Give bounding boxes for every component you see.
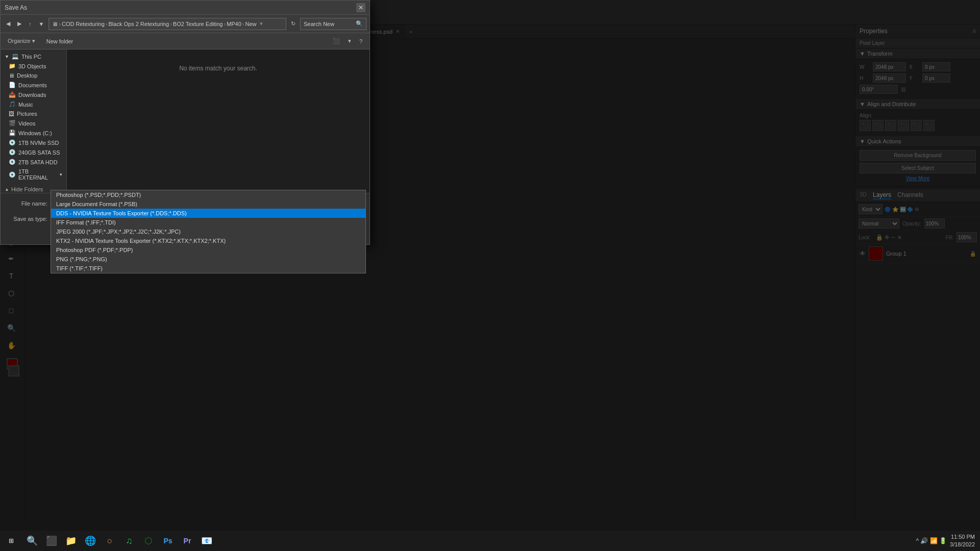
refresh-btn[interactable]: ↻ bbox=[288, 19, 298, 29]
cortana-btn[interactable]: ○ bbox=[100, 531, 119, 551]
nvme-icon: 💿 bbox=[9, 139, 16, 146]
sata-label: 240GB SATA SS bbox=[18, 149, 60, 156]
windows-icon: ⊞ bbox=[9, 537, 14, 544]
desktop-label: Desktop bbox=[17, 72, 37, 79]
dropdown-item-dds[interactable]: DDS - NVIDIA Texture Tools Exporter (*.D… bbox=[51, 209, 365, 218]
view-toggle-btn[interactable]: ⬛ bbox=[330, 37, 343, 45]
chevron-external-icon: ▾ bbox=[60, 172, 62, 177]
save-type-dropdown: Photoshop (*.PSD;*.PDD;*.PSDT) Large Doc… bbox=[51, 190, 366, 273]
help-btn[interactable]: ? bbox=[356, 37, 365, 45]
thispc-label: This PC bbox=[21, 54, 41, 60]
save-type-label: Save as type: bbox=[7, 216, 47, 222]
search-label: Search New bbox=[304, 21, 334, 27]
file-explorer-btn[interactable]: 📁 bbox=[61, 531, 81, 551]
breadcrumb-path4[interactable]: MP40 bbox=[227, 21, 241, 27]
sidebar-downloads[interactable]: 📥 Downloads bbox=[1, 90, 66, 99]
sidebar-sata[interactable]: 💿 240GB SATA SS bbox=[1, 147, 66, 157]
videos-icon: 🎬 bbox=[9, 120, 16, 127]
sidebar-documents[interactable]: 📄 Documents bbox=[1, 80, 66, 90]
nav-recent-btn[interactable]: ▼ bbox=[36, 19, 47, 29]
nav-forward-btn[interactable]: ▶ bbox=[15, 19, 24, 29]
sidebar-hdd[interactable]: 💿 2TB SATA HDD bbox=[1, 157, 66, 167]
sidebar-nvme[interactable]: 💿 1TB NVMe SSD bbox=[1, 138, 66, 147]
pictures-icon: 🖼 bbox=[9, 111, 14, 117]
search-taskbar[interactable]: 🔍 bbox=[22, 531, 42, 551]
sidebar-pictures[interactable]: 🖼 Pictures bbox=[1, 109, 66, 118]
3d-objects-label: 3D Objects bbox=[18, 63, 46, 69]
dropdown-item-psd[interactable]: Photoshop (*.PSD;*.PDD;*.PSDT) bbox=[51, 190, 365, 199]
sidebar-external[interactable]: 💿 1TB EXTERNAL ▾ bbox=[1, 167, 66, 182]
edge-btn[interactable]: 🌐 bbox=[81, 531, 100, 551]
actions-bar: Organize ▾ New folder ⬛ ▾ ? bbox=[1, 33, 370, 49]
chevron-hide-icon: ▲ bbox=[5, 187, 9, 192]
spotify-btn[interactable]: ♫ bbox=[119, 531, 139, 551]
breadcrumb[interactable]: 🖥 › COD Retexturing › Black Ops 2 Retext… bbox=[48, 18, 286, 30]
premiere-taskbar[interactable]: Pr bbox=[178, 531, 197, 551]
dialog-body: ▼ 💻 This PC 📁 3D Objects 🖥 Desktop 📄 Doc… bbox=[1, 49, 370, 193]
thispc-icon: 💻 bbox=[12, 53, 19, 60]
music-label: Music bbox=[18, 102, 33, 108]
breadcrumb-path3[interactable]: BO2 Texture Editing bbox=[173, 21, 223, 27]
nav-back-btn[interactable]: ◀ bbox=[4, 19, 13, 29]
breadcrumb-path1[interactable]: COD Retexturing bbox=[62, 21, 105, 27]
gamepass-btn[interactable]: ⬡ bbox=[139, 531, 158, 551]
view-options-btn[interactable]: ▾ bbox=[345, 37, 354, 45]
music-icon: 🎵 bbox=[9, 101, 16, 108]
dropdown-item-jpeg2000[interactable]: JPEG 2000 (*.JPF;*.JPX;*.JP2;*.J2C;*.J2K… bbox=[51, 227, 365, 236]
dropdown-item-ktx2[interactable]: KTX2 - NVIDIA Texture Tools Exporter (*.… bbox=[51, 236, 365, 245]
taskbar: ⊞ 🔍 ⬛ 📁 🌐 ○ ♫ ⬡ Ps Pr 📧 ^ 🔊 📶 🔋 11:50 PM… bbox=[0, 531, 980, 551]
hdd-icon: 💿 bbox=[9, 159, 16, 165]
sidebar-videos[interactable]: 🎬 Videos bbox=[1, 118, 66, 128]
dropdown-item-png[interactable]: PNG (*.PNG;*.PNG) bbox=[51, 255, 365, 264]
dialog-title: Save As bbox=[5, 4, 27, 11]
dropdown-item-tiff[interactable]: TIFF (*.TIF;*.TIFF) bbox=[51, 264, 365, 273]
sidebar-music[interactable]: 🎵 Music bbox=[1, 99, 66, 109]
sata-icon: 💿 bbox=[9, 149, 16, 156]
nav-toolbar: ◀ ▶ ↑ ▼ 🖥 › COD Retexturing › Black Ops … bbox=[1, 15, 370, 33]
breadcrumb-pc: 🖥 bbox=[52, 21, 58, 27]
videos-label: Videos bbox=[18, 120, 35, 127]
desktop-icon: 🖥 bbox=[9, 72, 14, 79]
external-label: 1TB EXTERNAL bbox=[18, 168, 56, 181]
dialog-sidebar: ▼ 💻 This PC 📁 3D Objects 🖥 Desktop 📄 Doc… bbox=[1, 49, 67, 193]
windows-c-label: Windows (C:) bbox=[18, 130, 52, 136]
photoshop-taskbar[interactable]: Ps bbox=[158, 531, 178, 551]
hdd-label: 2TB SATA HDD bbox=[18, 159, 58, 165]
start-button[interactable]: ⊞ bbox=[0, 531, 22, 551]
search-box: Search New 🔍 bbox=[300, 18, 366, 30]
filename-label: File name: bbox=[7, 201, 47, 207]
pictures-label: Pictures bbox=[17, 111, 37, 117]
drive-c-icon: 💾 bbox=[9, 130, 16, 136]
folder-3d-icon: 📁 bbox=[9, 63, 16, 69]
no-items-text: No items match your search. bbox=[179, 65, 257, 72]
documents-label: Documents bbox=[18, 82, 47, 88]
new-folder-btn[interactable]: New folder bbox=[42, 37, 78, 45]
clock-date: 3/18/2022 bbox=[950, 541, 975, 548]
downloads-icon: 📥 bbox=[9, 91, 16, 98]
external-icon: 💿 bbox=[9, 171, 16, 178]
sidebar-3d-objects[interactable]: 📁 3D Objects bbox=[1, 61, 66, 71]
tray-icons: ^ 🔊 📶 🔋 bbox=[916, 537, 947, 544]
hide-folders-label: Hide Folders bbox=[11, 186, 43, 192]
email-btn[interactable]: 📧 bbox=[197, 531, 216, 551]
dialog-main-content: No items match your search. bbox=[67, 49, 370, 193]
sidebar-windows-c[interactable]: 💾 Windows (C:) bbox=[1, 128, 66, 138]
dialog-close-btn[interactable]: ✕ bbox=[356, 3, 365, 12]
sidebar-desktop[interactable]: 🖥 Desktop bbox=[1, 71, 66, 80]
nav-up-btn[interactable]: ↑ bbox=[26, 19, 34, 29]
organize-btn[interactable]: Organize ▾ bbox=[5, 37, 38, 45]
breadcrumb-path2[interactable]: Black Ops 2 Retexturing bbox=[109, 21, 169, 27]
chevron-thispc-icon: ▼ bbox=[5, 54, 9, 59]
dropdown-item-iff[interactable]: IFF Format (*.IFF;*.TDI) bbox=[51, 218, 365, 227]
clock-time: 11:50 PM bbox=[950, 533, 975, 541]
dialog-titlebar: Save As ✕ bbox=[1, 1, 370, 15]
breadcrumb-dropdown-icon[interactable]: ▾ bbox=[260, 20, 263, 27]
search-icon[interactable]: 🔍 bbox=[356, 20, 363, 27]
task-view-btn[interactable]: ⬛ bbox=[42, 531, 61, 551]
dropdown-item-psb[interactable]: Large Document Format (*.PSB) bbox=[51, 199, 365, 209]
clock: 11:50 PM 3/18/2022 bbox=[950, 533, 975, 549]
sidebar-this-pc[interactable]: ▼ 💻 This PC bbox=[1, 52, 66, 61]
breadcrumb-path5[interactable]: New bbox=[246, 21, 257, 27]
dropdown-item-pdf[interactable]: Photoshop PDF (*.PDF;*.PDP) bbox=[51, 245, 365, 255]
downloads-label: Downloads bbox=[18, 92, 46, 98]
